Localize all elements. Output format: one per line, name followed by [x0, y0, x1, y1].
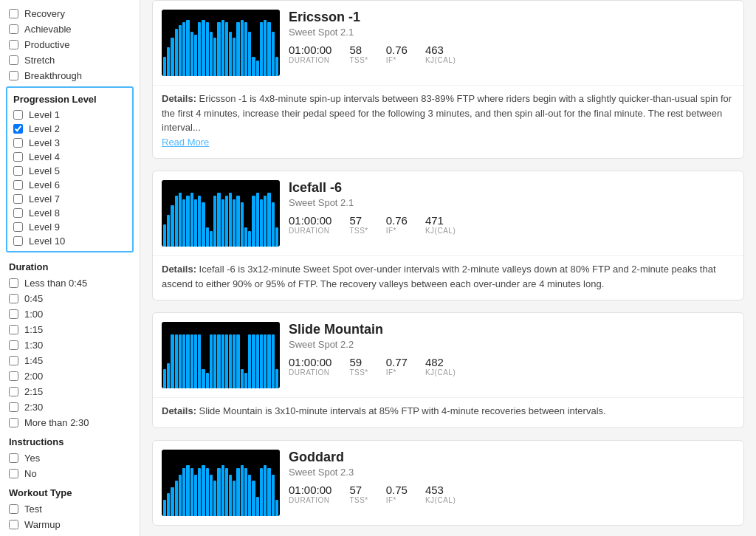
- checkbox-130[interactable]: [9, 340, 18, 350]
- chart-bar: [210, 334, 213, 388]
- checkbox-achievable[interactable]: [9, 24, 18, 34]
- checkbox-200[interactable]: [9, 371, 18, 381]
- chart-bar: [221, 334, 224, 388]
- workout-type: Sweet Spot 2.1: [289, 197, 735, 208]
- workout-chart: [162, 450, 280, 516]
- chart-bar: [186, 334, 189, 388]
- sidebar-item-yes[interactable]: Yes: [0, 450, 140, 466]
- if-value: 0.76: [386, 44, 408, 56]
- checkbox-level9[interactable]: [13, 222, 23, 232]
- checkbox-100[interactable]: [9, 309, 18, 319]
- checkbox-no[interactable]: [9, 469, 18, 478]
- sidebar-item-more230[interactable]: More than 2:30: [0, 415, 140, 430]
- checkbox-breakthrough[interactable]: [9, 71, 18, 80]
- checkbox-045[interactable]: [9, 294, 18, 303]
- chart-bar: [221, 20, 224, 76]
- checkbox-stretch[interactable]: [9, 55, 18, 65]
- chart-bar: [252, 481, 255, 515]
- workout-name: Goddard: [289, 450, 735, 465]
- chart-bar: [236, 22, 239, 76]
- chart-bar: [202, 465, 205, 516]
- checkbox-level2[interactable]: [13, 124, 23, 134]
- details-label: Details:: [162, 405, 196, 416]
- sidebar-item-recovery[interactable]: Recovery: [0, 6, 140, 21]
- stat-duration: 01:00:00 DURATION: [289, 214, 331, 235]
- if-label: IF*: [386, 56, 408, 64]
- sidebar-item-level7[interactable]: Level 7: [7, 192, 132, 206]
- checkbox-level7[interactable]: [13, 194, 23, 204]
- sidebar-item-level5[interactable]: Level 5: [7, 164, 132, 178]
- label-100: 1:00: [24, 309, 43, 320]
- checkbox-level5[interactable]: [13, 166, 23, 176]
- checkbox-230[interactable]: [9, 402, 18, 412]
- checkbox-yes[interactable]: [9, 453, 18, 463]
- checkbox-level1[interactable]: [13, 110, 23, 120]
- sidebar-item-breakthrough[interactable]: Breakthrough: [0, 68, 140, 83]
- sidebar-item-200[interactable]: 2:00: [0, 368, 140, 384]
- checkbox-level10[interactable]: [13, 236, 23, 246]
- sidebar-item-level1[interactable]: Level 1: [7, 108, 132, 122]
- chart-bar: [264, 334, 267, 388]
- sidebar-item-level6[interactable]: Level 6: [7, 178, 132, 192]
- chart-bar: [241, 20, 244, 76]
- sidebar-item-less045[interactable]: Less than 0:45: [0, 275, 140, 291]
- sidebar-item-level8[interactable]: Level 8: [7, 206, 132, 220]
- checkbox-level3[interactable]: [13, 138, 23, 148]
- stats-row: 01:00:00 DURATION 58 TSS* 0.76 IF* 463 k…: [289, 44, 735, 64]
- sidebar-item-warmup[interactable]: Warmup: [0, 517, 140, 532]
- checkbox-test[interactable]: [9, 504, 18, 514]
- sidebar-item-100[interactable]: 1:00: [0, 306, 140, 322]
- checkbox-productive[interactable]: [9, 40, 18, 49]
- sidebar-item-achievable[interactable]: Achievable: [0, 21, 140, 37]
- sidebar-item-230[interactable]: 2:30: [0, 399, 140, 415]
- sidebar-item-level3[interactable]: Level 3: [7, 136, 132, 150]
- checkbox-more230[interactable]: [9, 418, 18, 427]
- label-productive: Productive: [24, 39, 69, 50]
- sidebar-item-level2[interactable]: Level 2: [7, 122, 132, 136]
- checkbox-recovery[interactable]: [9, 9, 18, 18]
- chart-bar: [179, 334, 182, 388]
- sidebar-item-level4[interactable]: Level 4: [7, 150, 132, 164]
- checkbox-warmup[interactable]: [9, 520, 18, 529]
- chart-bar: [272, 334, 275, 388]
- stat-if: 0.77 IF*: [386, 356, 408, 377]
- chart-bar: [264, 196, 267, 247]
- chart-bar: [194, 334, 197, 388]
- chart-bar: [175, 29, 178, 77]
- chart-bar: [244, 468, 247, 516]
- checkbox-less045[interactable]: [9, 278, 18, 288]
- sidebar-item-no[interactable]: No: [0, 466, 140, 481]
- sidebar-item-stretch[interactable]: Stretch: [0, 52, 140, 68]
- checkbox-145[interactable]: [9, 356, 18, 365]
- kj-value: 482: [425, 356, 456, 368]
- sidebar-item-level10[interactable]: Level 10: [7, 234, 132, 248]
- sidebar-item-test[interactable]: Test: [0, 501, 140, 517]
- label-level3: Level 3: [29, 137, 60, 148]
- checkbox-115[interactable]: [9, 325, 18, 334]
- read-more-link[interactable]: Read More: [162, 137, 209, 148]
- sidebar-item-115[interactable]: 1:15: [0, 322, 140, 337]
- workout-type-header: Workout Type: [0, 481, 140, 501]
- chart-bar: [252, 57, 255, 76]
- sidebar-item-level9[interactable]: Level 9: [7, 220, 132, 234]
- sidebar-item-045[interactable]: 0:45: [0, 291, 140, 306]
- chart-bar: [229, 334, 232, 388]
- chart-bar: [217, 193, 220, 247]
- duration-label: DURATION: [289, 56, 331, 64]
- sidebar-item-130[interactable]: 1:30: [0, 337, 140, 353]
- workout-type: Sweet Spot 2.1: [289, 27, 735, 38]
- sidebar-item-productive[interactable]: Productive: [0, 37, 140, 52]
- checkbox-215[interactable]: [9, 387, 18, 396]
- chart-bar: [194, 475, 197, 516]
- label-warmup: Warmup: [24, 519, 61, 530]
- label-test: Test: [24, 504, 42, 515]
- chart-bar: [182, 334, 185, 388]
- checkbox-level8[interactable]: [13, 208, 23, 218]
- sidebar-item-145[interactable]: 1:45: [0, 353, 140, 368]
- workout-chart: [162, 322, 280, 388]
- chart-bar: [236, 334, 239, 388]
- checkbox-level4[interactable]: [13, 152, 23, 162]
- sidebar-item-215[interactable]: 2:15: [0, 384, 140, 399]
- checkbox-level6[interactable]: [13, 180, 23, 190]
- chart-bar: [233, 199, 236, 247]
